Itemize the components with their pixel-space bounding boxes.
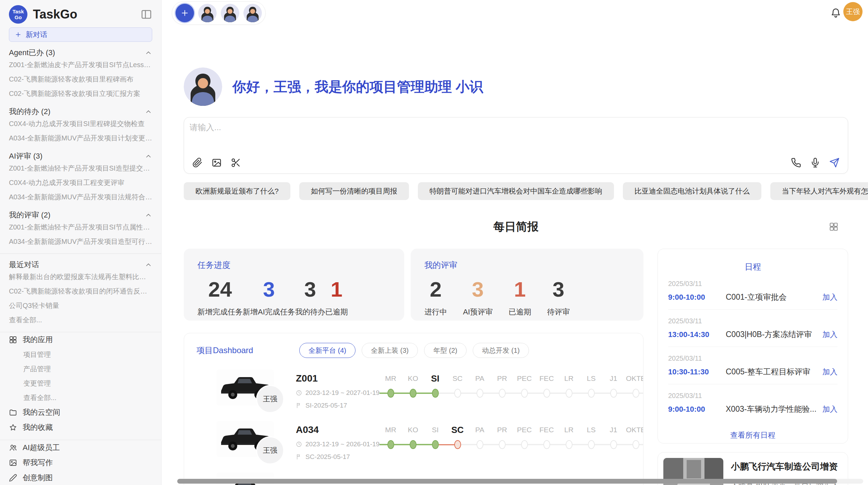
flag-icon — [296, 402, 302, 409]
schedule-time: 9:00-10:00 — [668, 405, 726, 414]
suggestion-chip[interactable]: 特朗普可能对进口汽车增税会对中国车企造成哪些影响 — [418, 182, 614, 200]
sidebar-item-cloud-space[interactable]: 我的云空间 — [9, 405, 152, 420]
list-item[interactable]: C02-飞腾新能源轻客改款项目立项汇报方案 — [9, 86, 152, 101]
chat-input[interactable] — [189, 122, 843, 133]
suggestion-chip[interactable]: 欧洲新规最近颁布了什么? — [184, 182, 290, 200]
assistant-avatar — [184, 67, 222, 106]
list-item[interactable]: C0X4-动力总成开发项目工程变更评审 — [9, 175, 152, 190]
milestone-dot — [432, 389, 439, 398]
tab-new-platform[interactable]: 全新平台 (4) — [299, 343, 355, 358]
suggestion-chips: 欧洲新规最近颁布了什么? 如何写一份清晰的项目周报 特朗普可能对进口汽车增税会对… — [184, 182, 848, 200]
list-item[interactable]: 解释最新出台的欧盟报废车法规再生塑料比例被调至15%... — [9, 270, 152, 284]
milestone-dot — [477, 389, 483, 398]
dashboard-title: 项目Dashboard — [196, 345, 262, 356]
table-row[interactable]: 王强 Z001 2023-12-19 ~ 2027-01-19 — [196, 370, 631, 409]
milestone-dot — [632, 389, 639, 398]
sidebar-item-creative-drawing[interactable]: 创意制图 — [9, 470, 152, 485]
view-all-schedule-link[interactable]: 查看所有日程 — [668, 430, 837, 440]
send-icon[interactable] — [829, 158, 840, 168]
join-link[interactable]: 加入 — [822, 404, 837, 414]
sidebar-item-product-mgmt[interactable]: 产品管理 — [9, 362, 152, 376]
milestone-dot — [454, 389, 461, 398]
daily-brief-title: 每日简报 — [184, 219, 848, 234]
view-all-apps[interactable]: 查看全部... — [9, 390, 152, 405]
schedule-time: 10:30-11:30 — [668, 368, 726, 376]
attachment-icon[interactable] — [192, 158, 203, 168]
milestone-dot — [477, 440, 483, 449]
list-item[interactable]: C02-飞腾新能源轻客改款项目里程碑画布 — [9, 72, 152, 86]
project-flag: SI-2025-05-17 — [305, 402, 347, 409]
stat-pending-review: 3 待评审 — [547, 277, 570, 317]
new-chat-label: 新对话 — [26, 30, 47, 39]
new-chat-button[interactable]: 新对话 — [9, 27, 152, 42]
milestone-dot — [499, 389, 506, 398]
stat-review-overdue: 1 已逾期 — [509, 277, 531, 317]
horizontal-scrollbar-track[interactable] — [177, 479, 863, 484]
divider — [0, 253, 161, 254]
image-icon — [9, 459, 17, 467]
chevron-up-icon[interactable] — [145, 211, 152, 219]
sidebar-item-my-apps[interactable]: 我的应用 — [9, 332, 152, 347]
main-area: 王强 你好，王强，我是你的项目管理助理 小识 — [161, 0, 868, 485]
chevron-up-icon[interactable] — [145, 49, 152, 57]
sidebar-collapse-icon[interactable] — [141, 9, 152, 20]
chevron-up-icon[interactable] — [145, 152, 152, 160]
chevron-up-icon[interactable] — [145, 108, 152, 115]
suggestion-chip[interactable]: 如何写一份清晰的项目周报 — [299, 182, 409, 200]
image-upload-icon[interactable] — [212, 158, 222, 168]
milestone-dot — [543, 389, 550, 398]
project-code: Z001 — [296, 373, 379, 384]
my-review-card: 我的评审 2 进行中 3 AI预评审 — [411, 249, 643, 321]
input-toolbar-left — [192, 158, 241, 168]
greeting-text: 你好，王强，我是你的项目管理助理 小识 — [232, 77, 483, 96]
schedule-item: 2025/03/11 13:00-14:30 C003|H0B-方案冻结评审 加… — [668, 310, 837, 347]
table-row[interactable]: 王强 A034 2023-12-19 ~ 2026-01-19 — [196, 421, 631, 461]
list-item[interactable]: A034-全新新能源MUV产品开发项目计划变更表编写 — [9, 131, 152, 145]
input-toolbar-right — [791, 158, 840, 168]
list-item[interactable]: 公司Q3轻卡销量 — [9, 298, 152, 313]
chevron-up-icon[interactable] — [145, 261, 152, 269]
tab-year-model[interactable]: 年型 (2) — [424, 343, 467, 358]
sidebar-item-help-me-write[interactable]: 帮我写作 — [9, 455, 152, 470]
app-logo: Task Go — [9, 5, 27, 24]
sidebar-item-ai-super-staff[interactable]: AI超级员工 — [9, 440, 152, 455]
view-all-recent[interactable]: 查看全部... — [9, 313, 152, 327]
section-header-my-review[interactable]: 我的评审 (2) — [9, 210, 152, 220]
join-link[interactable]: 加入 — [822, 367, 837, 377]
stat-overdue: 1 已逾期 — [325, 277, 348, 317]
layout-grid-icon[interactable] — [829, 222, 839, 233]
microphone-icon[interactable] — [810, 158, 820, 168]
milestone-dot — [588, 389, 595, 398]
list-item[interactable]: A034-全新新能源MUV产品开发项目法规符合性评审 — [9, 190, 152, 204]
section-header-agent-done[interactable]: Agent已办 (3) — [9, 48, 152, 58]
sidebar-item-change-mgmt[interactable]: 变更管理 — [9, 376, 152, 390]
suggestion-chip[interactable]: 比亚迪全固态电池计划具体说了什么 — [623, 182, 761, 200]
join-link[interactable]: 加入 — [822, 292, 837, 302]
sidebar-item-project-mgmt[interactable]: 项目管理 — [9, 347, 152, 362]
list-item[interactable]: Z001-全新燃油皮卡产品开发项目SI节点Lesson Learn报告 — [9, 58, 152, 72]
join-link[interactable]: 加入 — [822, 329, 837, 340]
stats-row: 任务进度 24 新增完成任务 3 新增AI完成任务 — [184, 249, 643, 321]
section-header-my-todo[interactable]: 我的待办 (2) — [9, 107, 152, 116]
schedule-date: 2025/03/11 — [668, 392, 837, 400]
project-dashboard-card: 项目Dashboard 全新平台 (4) 全新上装 (3) 年型 (2) 动总开… — [184, 333, 643, 485]
stat-ai-done: 3 新增AI完成任务 — [243, 277, 295, 317]
sidebar-item-favorites[interactable]: 我的收藏 — [9, 420, 152, 435]
section-header-recent-chats[interactable]: 最近对话 — [9, 260, 152, 270]
daily-brief-body: 任务进度 24 新增完成任务 3 新增AI完成任务 — [184, 249, 848, 485]
list-item[interactable]: Z001-全新燃油轻卡产品开发项目SI造型提交物评审 — [9, 161, 152, 175]
tab-new-body[interactable]: 全新上装 (3) — [362, 343, 418, 358]
tab-powertrain[interactable]: 动总开发 (1) — [473, 343, 529, 358]
schedule-date: 2025/03/11 — [668, 355, 837, 362]
section-header-ai-review[interactable]: AI评审 (3) — [9, 151, 152, 161]
list-item[interactable]: C02-飞腾新能源轻客改款项目的闭环通告反馈情况 — [9, 284, 152, 298]
horizontal-scrollbar-thumb[interactable] — [177, 479, 837, 484]
chat-input-box[interactable] — [184, 117, 848, 174]
list-item[interactable]: C0X4-动力总成开发项目SI里程碑提交物检查 — [9, 116, 152, 131]
scissors-icon[interactable] — [231, 158, 241, 168]
milestone-dot — [521, 440, 528, 449]
list-item[interactable]: Z001-全新燃油轻卡产品开发项目SI节点属性5D文件评审 — [9, 220, 152, 234]
suggestion-chip[interactable]: 当下年轻人对汽车外观有怎样的喜好趋势 — [770, 182, 868, 200]
list-item[interactable]: A034-全新新能源MUV产品开发项目造型可行性评审 — [9, 234, 152, 249]
phone-call-icon[interactable] — [791, 158, 801, 168]
